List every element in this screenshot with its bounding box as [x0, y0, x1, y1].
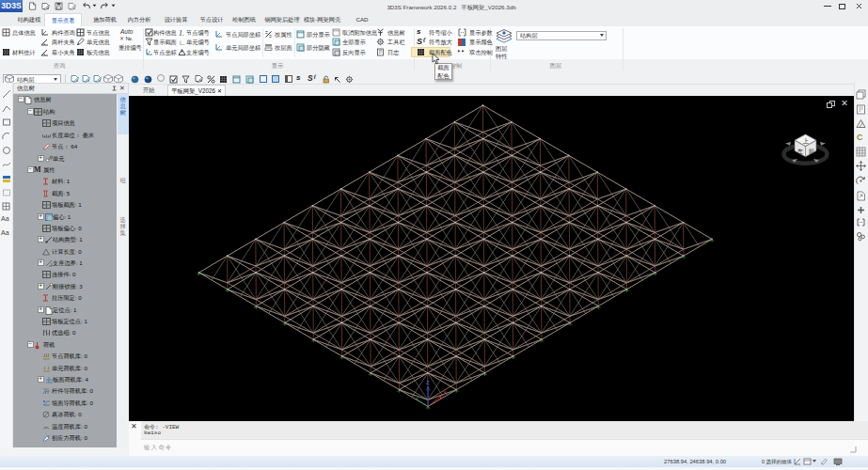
svg-text:前: 前: [809, 148, 815, 154]
svg-text:1.: 1.: [179, 28, 184, 37]
svg-text:上: 上: [803, 137, 810, 144]
svg-text:∟: ∟: [179, 39, 186, 47]
svg-text:X: X: [443, 390, 447, 396]
svg-text:Y: Y: [411, 392, 415, 398]
svg-text:Z: Z: [426, 380, 430, 385]
svg-text:左: 左: [797, 148, 804, 154]
